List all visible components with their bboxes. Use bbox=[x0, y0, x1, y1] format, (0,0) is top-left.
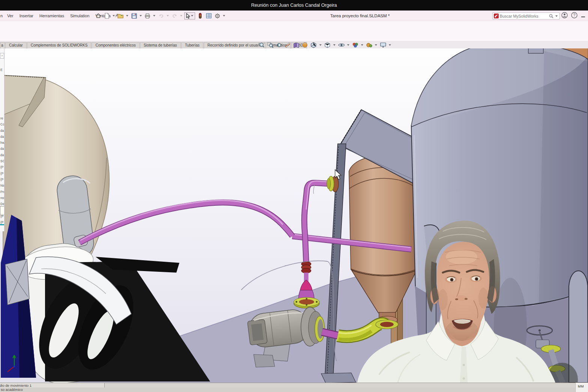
hide-show-items-icon[interactable] bbox=[338, 42, 345, 48]
chevron-down-icon[interactable] bbox=[167, 15, 169, 17]
account-icons: ? bbox=[561, 12, 586, 19]
chevron-down-icon[interactable] bbox=[389, 44, 391, 46]
pipe-bellows bbox=[301, 262, 311, 273]
user-account-icon[interactable] bbox=[561, 12, 568, 19]
component-signal-icon[interactable] bbox=[196, 12, 204, 20]
storage-tank-model[interactable] bbox=[411, 48, 588, 383]
tab-complementos[interactable]: Complementos de SOLIDWORKS bbox=[27, 42, 92, 48]
tree-tooltip-fragment bbox=[0, 206, 5, 215]
menu-bar: n Ver Insertar Herramientas Simulation V… bbox=[0, 11, 588, 21]
chevron-down-icon[interactable] bbox=[319, 44, 322, 46]
options-gear-icon[interactable] bbox=[214, 12, 221, 20]
help-icon[interactable]: ? bbox=[571, 12, 577, 19]
menu-item-insertar[interactable]: Insertar bbox=[17, 14, 36, 18]
chevron-down-icon[interactable] bbox=[223, 15, 225, 17]
menu-item-ver[interactable]: Ver bbox=[4, 14, 17, 18]
chevron-down-icon[interactable] bbox=[375, 44, 377, 46]
viewport-3d-scene[interactable] bbox=[0, 48, 588, 383]
save-icon[interactable] bbox=[130, 12, 138, 20]
tab-partial[interactable]: a bbox=[0, 42, 5, 48]
tank-leg bbox=[426, 263, 436, 383]
tab-tuberias[interactable]: Tuberías bbox=[181, 42, 203, 48]
units-indicator[interactable]: MM bbox=[575, 383, 588, 392]
tank-leg bbox=[569, 271, 588, 383]
heads-up-toolbar bbox=[258, 42, 392, 48]
tank-top-nozzle bbox=[528, 48, 543, 53]
chevron-down-icon[interactable] bbox=[191, 15, 193, 17]
command-manager-strip bbox=[0, 21, 588, 41]
chevron-down-icon[interactable] bbox=[140, 15, 142, 17]
chevron-down-icon[interactable] bbox=[153, 15, 155, 17]
svg-text:?: ? bbox=[573, 13, 576, 17]
motion-study-tab-bar: dio de movimiento 1 bbox=[0, 383, 588, 387]
document-title: Tarea proyecto final.SLDASM * bbox=[330, 11, 390, 21]
graphics-viewport[interactable]: E reCo dada hwda daSC (P(P (PNia Pnrec D… bbox=[0, 48, 588, 383]
apply-scene-icon[interactable] bbox=[352, 42, 359, 48]
new-document-icon[interactable] bbox=[103, 12, 111, 20]
view-orientation-icon[interactable] bbox=[310, 42, 317, 48]
minimize-icon[interactable] bbox=[581, 12, 586, 19]
zoom-to-area-icon[interactable] bbox=[267, 42, 274, 48]
chevron-down-icon[interactable] bbox=[333, 44, 335, 46]
academic-license-notice: so académico bbox=[1, 387, 23, 392]
meeting-title: Reunión con Juan Carlos Candal Orgeira bbox=[251, 3, 337, 8]
chevron-down-icon[interactable] bbox=[555, 15, 558, 17]
section-view-icon[interactable] bbox=[284, 42, 291, 48]
tree-expand-chevron-icon[interactable]: › bbox=[0, 53, 4, 59]
menu-item-partial[interactable]: n bbox=[0, 14, 4, 18]
quick-toolbar bbox=[95, 12, 226, 20]
chevron-down-icon[interactable] bbox=[361, 44, 363, 46]
search-input[interactable] bbox=[500, 14, 548, 18]
design-table-icon[interactable] bbox=[205, 12, 212, 20]
select-tool-box[interactable] bbox=[184, 12, 195, 20]
feature-tree-collapsed-panel[interactable]: E reCo dada hwda daSC (P(P (PNia Pnrec D… bbox=[0, 48, 5, 231]
undo-icon[interactable] bbox=[157, 12, 165, 20]
menu-item-simulation[interactable]: Simulation bbox=[67, 14, 92, 18]
redo-icon[interactable] bbox=[171, 12, 178, 20]
home-icon[interactable] bbox=[95, 12, 102, 20]
edit-appearance-icon[interactable] bbox=[301, 42, 308, 48]
tree-fragment: E bbox=[0, 68, 3, 72]
chevron-down-icon[interactable] bbox=[113, 15, 115, 17]
zoom-to-fit-icon[interactable] bbox=[258, 42, 265, 48]
meeting-title-bar: Reunión con Juan Carlos Candal Orgeira bbox=[0, 0, 588, 11]
chevron-down-icon[interactable] bbox=[126, 15, 128, 17]
search-box[interactable] bbox=[492, 12, 560, 20]
status-bar: so académico bbox=[0, 387, 588, 392]
open-icon[interactable] bbox=[117, 12, 124, 20]
tab-calcular[interactable]: Calcular bbox=[5, 42, 27, 48]
view-settings-icon[interactable] bbox=[379, 42, 386, 48]
print-icon[interactable] bbox=[144, 12, 151, 20]
edit-scene-icon[interactable] bbox=[365, 42, 373, 48]
menu-item-herramientas[interactable]: Herramientas bbox=[36, 14, 67, 18]
chevron-down-icon[interactable] bbox=[180, 15, 182, 17]
meeting-window: Reunión con Juan Carlos Candal Orgeira n… bbox=[0, 0, 588, 392]
tab-componentes-electricos[interactable]: Componentes eléctricos bbox=[92, 42, 139, 48]
select-arrow-icon bbox=[185, 13, 190, 19]
annotation-views-icon[interactable] bbox=[293, 42, 300, 48]
solidworks-logo-icon bbox=[494, 14, 499, 18]
command-tab-bar: a Calcular Complementos de SOLIDWORKS Co… bbox=[0, 41, 588, 48]
tab-recorrido-usuario[interactable]: Recorrido definido por el usuario bbox=[204, 42, 266, 48]
previous-view-icon[interactable] bbox=[275, 42, 283, 48]
magnifier-icon[interactable] bbox=[549, 14, 553, 18]
chevron-down-icon[interactable] bbox=[347, 44, 349, 46]
tree-highlight-bar bbox=[0, 224, 5, 225]
tab-sistema-tuberias[interactable]: Sistema de tuberías bbox=[140, 42, 181, 48]
display-style-icon[interactable] bbox=[324, 42, 331, 48]
truck-bracket bbox=[5, 259, 29, 305]
